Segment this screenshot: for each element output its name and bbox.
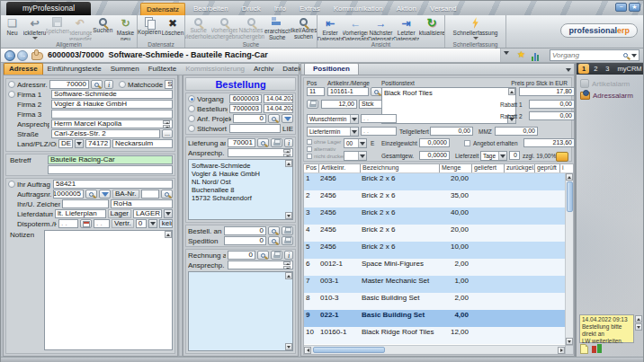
back-button[interactable]: ← (4, 50, 15, 61)
delivery-address-box[interactable]: Software-Schmiede Vogler & Hauke GmbH NL… (188, 159, 293, 220)
tab-positionen[interactable]: Positionen (304, 63, 359, 75)
notizen-field[interactable] (44, 230, 173, 350)
pos-field[interactable]: 11 (307, 87, 325, 96)
ribbon-tab[interactable]: Kommunikation (328, 3, 389, 15)
scroll-down-icon[interactable] (285, 212, 292, 219)
forward-button[interactable]: → (17, 50, 28, 61)
angebot-erhalten-option[interactable]: Angebot erhalten (464, 140, 518, 146)
ribbon-button[interactable]: Suche wiederholen (185, 15, 211, 40)
spinner-control[interactable] (163, 120, 170, 128)
ribbon-button[interactable]: Erster Datensatz (318, 15, 343, 40)
preis-field[interactable]: 17,80 (519, 87, 575, 96)
ihr-auftrag-field[interactable]: 58421 (53, 180, 173, 189)
rechnung-print-button[interactable] (271, 251, 282, 260)
liefertermin-combo[interactable]: Liefertermin (307, 127, 359, 137)
adressnr-field[interactable]: 70000 (49, 80, 89, 89)
betreff-field[interactable]: Bauteile Racing-Car (48, 155, 173, 164)
wunschtermin-field[interactable]: . . (361, 114, 397, 123)
ribbon-button[interactable]: hierarchische Suche (264, 15, 291, 40)
dispoterm-date2-field[interactable]: . . (94, 219, 110, 228)
teilgeliefert-field[interactable]: 0,00 (430, 127, 473, 136)
ribbon-button[interactable]: Vorheriger Datensatz (343, 15, 368, 40)
ribbon-button[interactable]: Schnellerfassung (445, 15, 505, 40)
vertical-scrollbar[interactable] (565, 173, 573, 345)
note-page-icon[interactable] (580, 344, 588, 354)
bestell-an-print-button[interactable] (282, 226, 293, 235)
column-header[interactable]: Pos (304, 164, 318, 172)
position-option[interactable]: alternativ (307, 146, 346, 153)
vertr-dropdown-icon[interactable] (148, 219, 157, 228)
lieferzeit-unit-combo[interactable]: Tage (480, 151, 507, 161)
spinner-up-icon[interactable] (283, 261, 291, 265)
position-row[interactable]: 1 2456 Brick 2 x 6 20,00 (304, 173, 565, 190)
breadcrumb-dropdown-icon[interactable] (504, 51, 509, 55)
spedition-field[interactable]: 0 (224, 236, 266, 245)
projekt-filter-button[interactable] (282, 114, 293, 123)
bestell-an-field[interactable]: 0 (224, 226, 266, 235)
ribbon-tab[interactable]: Datensatz (140, 3, 185, 15)
position-row[interactable]: 10 10160-1 Black Ridge Roof Tiles 12,00 (304, 327, 565, 344)
matchcode-radio[interactable] (119, 81, 126, 88)
adressnr-info-button[interactable]: i (104, 80, 113, 89)
reminder-note[interactable]: 14.04.2022 09:13 Bestellung bitte direkt… (579, 314, 634, 343)
scroll-down-icon[interactable] (285, 343, 292, 350)
ribbon-tab[interactable]: Druck (237, 3, 266, 15)
ribbon-button[interactable]: Artikel/Adresse suchen (291, 15, 317, 40)
lieferung-field[interactable]: 70001 (228, 138, 255, 147)
banr-search-button[interactable] (161, 190, 173, 199)
ribbon-button[interactable]: Nächstes Suchergebnis (237, 15, 264, 40)
sidebar-tab[interactable]: 2 (590, 64, 601, 74)
position-print-button[interactable] (307, 100, 318, 109)
ribbon-button[interactable]: Aktualisieren (419, 15, 444, 40)
land-field[interactable]: DE (58, 139, 73, 148)
vorgang-field[interactable]: 6000003 (229, 94, 262, 103)
liefertermin-field[interactable]: . . (361, 127, 397, 136)
ribbon-button[interactable]: Änderungen verwerfen (69, 15, 92, 40)
firma1-radio[interactable] (8, 91, 15, 98)
quickfind-search-button[interactable] (620, 51, 631, 60)
betreff-field-2[interactable] (48, 165, 173, 174)
scroll-down-icon[interactable] (566, 338, 573, 345)
lieferung-search-button[interactable] (257, 138, 269, 147)
lager-field[interactable]: LAGER (133, 209, 162, 218)
ribbon-button[interactable]: Vorheriges Suchergebnis (211, 15, 237, 40)
address-tab[interactable]: Kommissionierung (181, 64, 249, 75)
checkbox-icon[interactable] (307, 154, 312, 159)
column-header[interactable]: i A (559, 164, 565, 172)
stichwort-radio[interactable] (188, 125, 195, 132)
quickfind-dropdown-icon[interactable] (631, 54, 637, 57)
bestellung-field[interactable]: 7000003 (229, 104, 262, 113)
scroll-up-icon[interactable] (165, 231, 172, 238)
statistics-icon[interactable] (532, 52, 539, 61)
rechnung-an-field[interactable]: 0 (228, 251, 255, 260)
column-header[interactable]: geliefert (471, 164, 504, 172)
checkbox-icon[interactable] (307, 139, 312, 145)
ribbon-tab[interactable]: Bearbeiten (188, 3, 234, 15)
spinner-up-icon[interactable] (163, 120, 170, 124)
column-header[interactable]: zurückgel. (504, 164, 534, 172)
checkbox-icon[interactable] (307, 146, 312, 152)
ribbon-tab[interactable]: Aktion (391, 3, 422, 15)
auftragsnr-search-button[interactable] (85, 190, 97, 199)
mmz-field[interactable]: 0,00 (495, 127, 538, 136)
rechnung-info-button[interactable]: i (284, 251, 293, 260)
scrollbar-thumb[interactable] (567, 181, 573, 212)
wunschtermin-combo[interactable]: Wunschtermin (307, 114, 359, 124)
position-row[interactable]: 5 2456 Brick 2 x 6 10,00 (304, 242, 565, 259)
minimize-button[interactable]: − (615, 3, 627, 12)
sidebar-tab[interactable]: myCRM (614, 64, 644, 74)
scroll-up-icon[interactable] (285, 160, 292, 167)
ribbon-button[interactable]: Nächster Datensatz (368, 15, 393, 40)
sidebar-tab[interactable]: 1 (578, 64, 589, 74)
lieferung-print-button[interactable] (271, 138, 282, 147)
scroll-up-icon[interactable] (285, 272, 292, 279)
ribbon-tab[interactable]: Extras (294, 3, 326, 15)
plz-field[interactable]: 74172 (85, 139, 111, 148)
positionstext-field[interactable]: Black Roof Tiles (381, 87, 516, 124)
column-header[interactable]: geprüft (534, 164, 559, 172)
banr-field[interactable] (141, 190, 159, 199)
artikelnr-field[interactable]: 10161-1 (327, 87, 369, 96)
column-header[interactable]: Menge (439, 164, 471, 172)
sidebar-item[interactable]: Artikelalarm (577, 77, 643, 90)
zeichen-field[interactable] (62, 199, 109, 208)
